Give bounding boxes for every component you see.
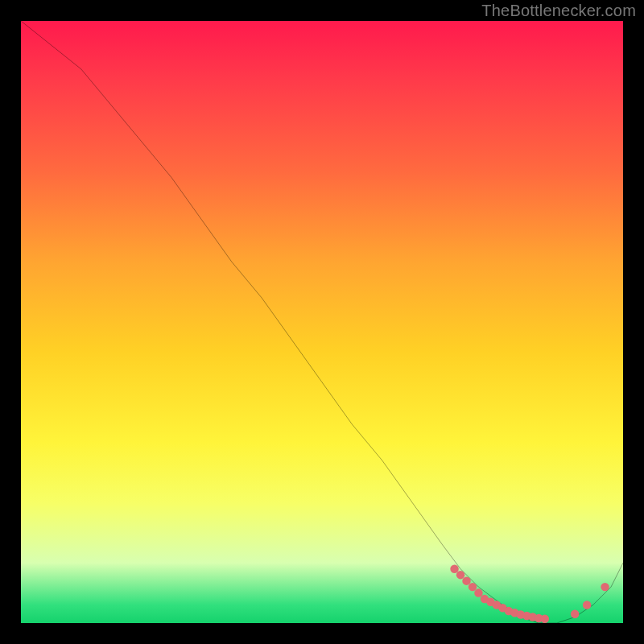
marker-dot — [456, 571, 464, 579]
marker-group — [450, 564, 609, 623]
marker-dot — [541, 615, 549, 623]
marker-dot — [474, 588, 482, 597]
watermark-text: TheBottlenecker.com — [481, 2, 636, 20]
marker-dot — [469, 583, 477, 591]
chart-svg — [21, 21, 623, 623]
marker-dot — [462, 576, 470, 584]
marker-dot — [601, 583, 609, 591]
plot-area — [21, 21, 623, 623]
marker-dot — [571, 610, 579, 618]
curve-path — [21, 21, 623, 623]
marker-dot — [450, 564, 458, 572]
chart-frame: TheBottlenecker.com — [0, 0, 644, 644]
marker-dot — [583, 601, 591, 609]
